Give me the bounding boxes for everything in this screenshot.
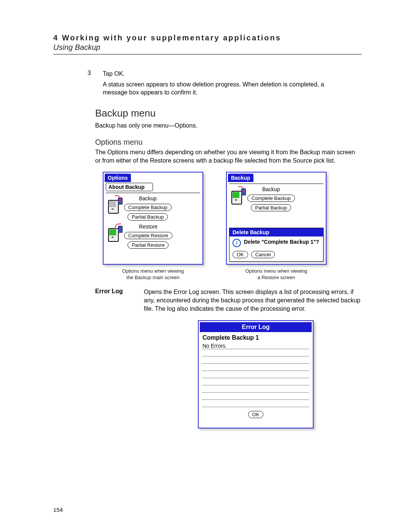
ok-button[interactable]: OK [233,251,248,258]
errorlog-line [202,385,309,393]
label-backup: Backup [139,195,157,201]
heading-backup-menu: Backup menu [95,107,362,119]
backup-menu-intro: Backup has only one menu—Options. [95,121,362,130]
menu-title-options[interactable]: Options [105,174,131,182]
errorlog-line [202,349,309,356]
errorlog-line [202,393,309,400]
dialog-title: Delete Backup [229,228,323,236]
step-result: A status screen appears to show deletion… [103,80,346,97]
complete-backup-button[interactable]: Complete Backup [124,204,172,211]
pda-backup-icon [107,198,120,214]
errorlog-line-1: No Errors. [202,342,309,349]
running-head: 4 Working with your supplementary applic… [53,34,362,54]
delete-backup-dialog: Delete Backup i Delete "Complete Backup … [229,228,323,262]
screenshot-options-restore: Backup Backup Complete Backup Partial Ba… [226,172,327,281]
dialog-message: Delete "Complete Backup 1"? [244,239,319,245]
heading-options-menu: Options menu [95,138,362,147]
complete-restore-button[interactable]: Complete Restore [124,232,172,239]
cancel-button[interactable]: Cancel [251,251,275,258]
partial-backup-button[interactable]: Partial Backup [127,213,168,220]
pda-restore-icon [107,226,120,243]
step-number: 3 [88,70,94,97]
menu-item-about-backup[interactable]: About Backup [106,183,153,191]
term-error-log: Error Log [95,288,133,313]
screenshot-error-log: Error Log Complete Backup 1 No Errors. O… [198,320,314,428]
errorlog-line [202,371,309,378]
page-number: 154 [53,506,63,513]
caption-right-line2: a Restore screen [226,274,327,281]
screenshot-options-main: Options About Backup Backup Complete Bac… [103,172,203,281]
errorlog-subtitle: Complete Backup 1 [199,334,313,342]
complete-backup-button[interactable]: Complete Backup [247,195,295,202]
caption-left-line2: the Backup main screen [103,274,203,281]
pda-backup-icon [230,189,244,205]
ok-button[interactable]: OK [248,411,264,418]
label-backup: Backup [262,186,280,192]
step-3: 3 Tap OK. A status screen appears to sho… [88,70,362,97]
errorlog-line [202,364,309,371]
info-icon: i [233,239,241,247]
caption-left-line1: Options menu when viewing [103,268,203,275]
chapter-title: 4 Working with your supplementary applic… [53,34,362,42]
caption-right-line1: Options menu when viewing [226,268,327,275]
options-menu-para: The Options menu differs depending on wh… [95,148,362,165]
section-title: Using Backup [53,43,362,52]
desc-error-log: Opens the Error Log screen. This screen … [144,288,362,313]
label-restore: Restore [139,224,158,230]
step-instruction: Tap OK. [103,70,346,78]
errorlog-line [202,356,309,364]
errorlog-line [202,378,309,385]
app-title-backup: Backup [228,174,253,182]
errorlog-title: Error Log [200,322,312,332]
partial-backup-button[interactable]: Partial Backup [251,204,291,211]
partial-restore-button[interactable]: Partial Restore [127,241,169,249]
errorlog-line [202,400,309,407]
